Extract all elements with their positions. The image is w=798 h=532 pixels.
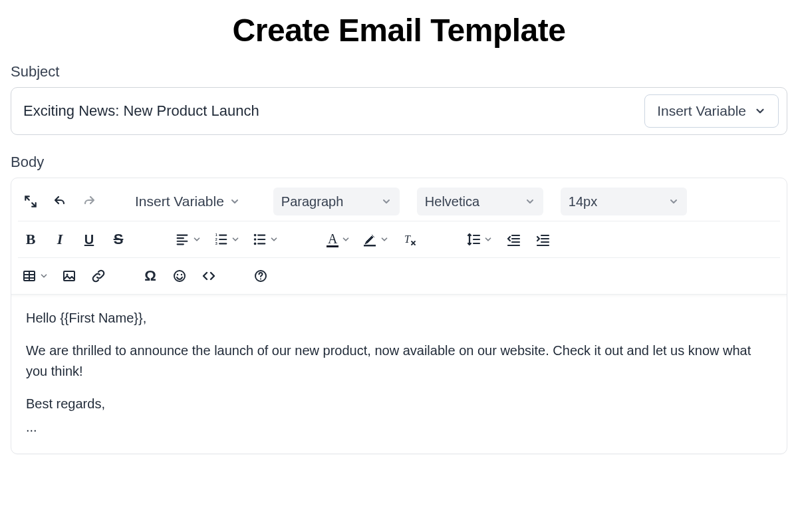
chevron-down-icon <box>269 235 279 244</box>
font-family-value: Helvetica <box>425 194 479 209</box>
chevron-down-icon <box>668 196 679 207</box>
body-ellipsis: ... <box>26 417 772 438</box>
italic-icon: I <box>57 231 63 248</box>
clear-format-button[interactable] <box>397 227 422 252</box>
editor-toolbar: Insert Variable Paragraph Helvetica 14px <box>11 178 787 294</box>
align-button[interactable] <box>171 227 205 252</box>
chevron-down-icon <box>525 196 535 207</box>
omega-icon: Ω <box>144 267 156 285</box>
highlight-button[interactable] <box>358 227 393 252</box>
italic-button[interactable]: I <box>47 227 72 252</box>
body-insert-variable-button[interactable]: Insert Variable <box>128 188 247 215</box>
expand-icon <box>23 194 38 209</box>
chevron-down-icon <box>231 235 240 244</box>
image-icon <box>62 269 76 283</box>
body-label: Body <box>11 154 787 171</box>
underline-button[interactable]: U <box>76 227 102 252</box>
special-char-button[interactable]: Ω <box>138 263 163 289</box>
insert-variable-label: Insert Variable <box>135 194 224 209</box>
link-icon <box>91 269 106 283</box>
chevron-down-icon <box>192 235 201 244</box>
expand-button[interactable] <box>18 189 43 214</box>
chevron-down-icon <box>380 235 389 244</box>
redo-icon <box>82 194 96 209</box>
line-height-icon <box>466 232 481 247</box>
page-title: Create Email Template <box>11 0 787 63</box>
link-button[interactable] <box>86 263 111 289</box>
outdent-button[interactable] <box>501 227 526 252</box>
help-button[interactable] <box>248 263 273 289</box>
ordered-list-button[interactable] <box>209 227 244 252</box>
toolbar-row-1: Insert Variable Paragraph Helvetica 14px <box>18 182 780 221</box>
align-left-icon <box>175 232 190 247</box>
bold-button[interactable]: B <box>18 227 43 252</box>
chevron-down-icon <box>229 196 240 207</box>
code-icon <box>201 269 216 283</box>
table-button[interactable] <box>18 263 53 289</box>
redo-button[interactable] <box>76 189 102 214</box>
emoji-icon <box>172 269 187 283</box>
rich-text-editor: Insert Variable Paragraph Helvetica 14px <box>11 178 787 454</box>
body-signoff: Best regards, <box>26 394 772 414</box>
body-paragraph: We are thrilled to announce the launch o… <box>26 340 772 382</box>
toolbar-row-2: B I U S <box>18 221 780 258</box>
body-greeting: Hello {{First Name}}, <box>26 308 772 329</box>
ordered-list-icon <box>213 232 228 247</box>
help-icon <box>253 269 268 283</box>
subject-label: Subject <box>11 63 787 80</box>
strikethrough-button[interactable]: S <box>106 227 131 252</box>
highlight-icon <box>362 232 377 247</box>
line-height-button[interactable] <box>462 227 497 252</box>
bold-icon: B <box>26 231 36 248</box>
font-size-value: 14px <box>569 194 597 209</box>
emoji-button[interactable] <box>167 263 192 289</box>
outdent-icon <box>506 232 521 247</box>
block-format-select[interactable]: Paragraph <box>273 188 400 215</box>
undo-icon <box>53 194 67 209</box>
unordered-list-button[interactable] <box>248 227 283 252</box>
indent-icon <box>535 232 550 247</box>
toolbar-row-3: Ω <box>18 258 780 294</box>
clear-format-icon <box>402 232 417 247</box>
chevron-down-icon <box>381 196 392 207</box>
undo-button[interactable] <box>47 189 72 214</box>
font-family-select[interactable]: Helvetica <box>417 188 543 215</box>
code-view-button[interactable] <box>196 263 221 289</box>
strikethrough-icon: S <box>114 231 124 248</box>
underline-icon: U <box>84 232 94 247</box>
unordered-list-icon <box>252 232 267 247</box>
text-color-icon: A <box>327 232 338 247</box>
text-color-button[interactable]: A <box>323 227 354 252</box>
chevron-down-icon <box>754 105 766 117</box>
indent-button[interactable] <box>530 227 555 252</box>
block-format-value: Paragraph <box>281 194 343 209</box>
font-size-select[interactable]: 14px <box>561 188 687 215</box>
insert-variable-label: Insert Variable <box>657 103 746 119</box>
subject-input[interactable] <box>19 97 636 125</box>
table-icon <box>22 269 37 283</box>
chevron-down-icon <box>341 235 350 244</box>
chevron-down-icon <box>483 235 493 244</box>
subject-insert-variable-button[interactable]: Insert Variable <box>644 94 779 128</box>
subject-field-container: Insert Variable <box>11 87 787 135</box>
chevron-down-icon <box>39 271 49 281</box>
editor-content[interactable]: Hello {{First Name}}, We are thrilled to… <box>11 294 787 454</box>
image-button[interactable] <box>57 263 82 289</box>
